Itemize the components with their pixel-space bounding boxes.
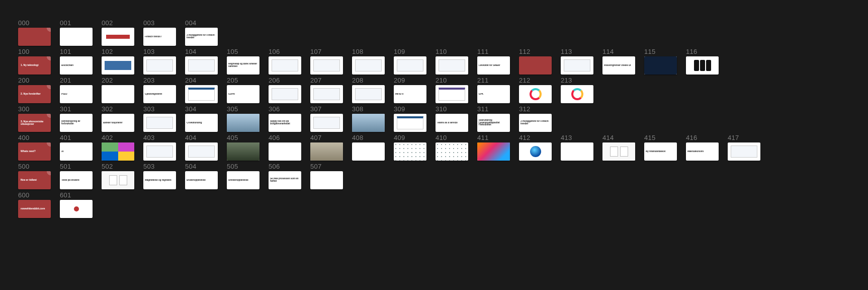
slide-cell[interactable]: 407 <box>310 134 343 161</box>
slide-cell[interactable]: 207 <box>310 77 343 103</box>
slide-thumbnail[interactable] <box>686 56 719 75</box>
slide-cell[interactable]: 114Industrigrenser viskes ut <box>602 48 635 75</box>
slide-cell[interactable]: 109 <box>394 48 426 75</box>
slide-thumbnail[interactable]: Rekruttering Leveransekapasitet Fleksibi… <box>477 114 510 132</box>
slide-thumbnail[interactable]: Makroøkonomi <box>686 142 719 161</box>
slide-thumbnail[interactable] <box>644 56 677 75</box>
slide-cell[interactable]: 417 <box>728 134 760 161</box>
slide-thumbnail[interactable]: Banker fusjonerer <box>102 114 134 132</box>
slide-thumbnail[interactable]: AI <box>60 142 93 161</box>
slide-cell[interactable]: 406 <box>269 134 301 161</box>
slide-thumbnail[interactable] <box>269 56 301 75</box>
slide-thumbnail[interactable] <box>185 56 218 75</box>
slide-thumbnail[interactable]: Hjelpe folk inn på boliglånsmarkedet <box>269 114 301 132</box>
slide-cell[interactable]: 302Banker fusjonerer <box>102 105 134 132</box>
slide-cell[interactable]: 304Crowdfunding <box>185 105 218 132</box>
slide-thumbnail[interactable] <box>394 142 426 161</box>
slide-thumbnail[interactable]: Teste på brukere <box>60 171 93 189</box>
slide-cell[interactable]: 104 <box>185 48 218 75</box>
slide-thumbnail[interactable]: Utvikleropplevelse <box>227 171 259 189</box>
slide-thumbnail[interactable] <box>310 114 343 132</box>
slide-thumbnail[interactable] <box>310 171 343 189</box>
slide-cell[interactable]: 404 <box>185 134 218 161</box>
slide-thumbnail[interactable]: 1. Ny teknologi <box>18 56 51 75</box>
slide-cell[interactable]: 311Rekruttering Leveransekapasitet Fleks… <box>477 105 510 132</box>
slide-cell[interactable]: 416Makroøkonomi <box>686 134 719 161</box>
slide-cell[interactable]: 305 <box>227 105 259 132</box>
slide-cell[interactable]: 3123 muliggjørere for Fintech-trender <box>519 105 552 132</box>
slide-cell[interactable]: 503Magefølelse og regneark <box>143 163 176 189</box>
slide-cell[interactable]: 413 <box>561 134 593 161</box>
slide-thumbnail[interactable]: 2. Nye forskrifter <box>18 85 51 103</box>
slide-cell[interactable]: 000 <box>18 19 51 46</box>
slide-cell[interactable]: 213 <box>561 77 593 103</box>
slide-cell[interactable]: 405 <box>227 134 259 161</box>
slide-thumbnail[interactable] <box>143 114 176 132</box>
slide-cell[interactable]: 101Blockchain <box>60 48 93 75</box>
slide-cell[interactable]: 403 <box>143 134 176 161</box>
slide-cell[interactable]: 210 <box>436 77 468 103</box>
slide-thumbnail[interactable] <box>394 114 426 132</box>
slide-cell[interactable]: 600nowwhiterabbit.com <box>18 191 51 218</box>
slide-cell[interactable]: 108 <box>352 48 385 75</box>
slide-thumbnail[interactable]: Crowdfunding <box>185 114 218 132</box>
slide-cell[interactable]: 212 <box>519 77 552 103</box>
slide-cell[interactable]: 414 <box>602 134 635 161</box>
slide-thumbnail[interactable]: 3. Nye økonomiske situasjoner <box>18 114 51 132</box>
slide-thumbnail[interactable]: 3 muliggjørere for Fintech-trender <box>519 114 552 132</box>
slide-thumbnail[interactable] <box>60 200 93 218</box>
slide-thumbnail[interactable] <box>143 56 176 75</box>
slide-thumbnail[interactable]: nowwhiterabbit.com <box>18 200 51 218</box>
slide-thumbnail[interactable] <box>185 85 218 103</box>
slide-cell[interactable]: 110 <box>436 48 468 75</box>
slide-cell[interactable]: 206 <box>269 77 301 103</box>
slide-cell[interactable]: 506Se hele prosessen som en helhet <box>269 163 301 189</box>
slide-cell[interactable]: 505Utvikleropplevelse <box>227 163 259 189</box>
slide-cell[interactable]: 1001. Ny teknologi <box>18 48 51 75</box>
slide-thumbnail[interactable]: Likviditet for SMBer <box>477 56 510 75</box>
slide-cell[interactable]: 301Refinansiering av forbrukslån <box>60 105 93 132</box>
slide-cell[interactable]: 204 <box>185 77 218 103</box>
slide-cell[interactable]: 500Noe er tidløst <box>18 163 51 189</box>
slide-thumbnail[interactable]: EPK <box>477 85 510 103</box>
slide-cell[interactable]: 102 <box>102 48 134 75</box>
slide-cell[interactable]: 400Whats next? <box>18 134 51 161</box>
slide-cell[interactable]: 411 <box>477 134 510 161</box>
slide-thumbnail[interactable] <box>519 142 552 161</box>
slide-cell[interactable]: 408 <box>352 134 385 161</box>
slide-thumbnail[interactable] <box>60 28 93 46</box>
slide-thumbnail[interactable] <box>18 28 51 46</box>
slide-thumbnail[interactable] <box>102 142 134 161</box>
slide-cell[interactable]: 112 <box>519 48 552 75</box>
slide-cell[interactable]: 113 <box>561 48 593 75</box>
slide-cell[interactable]: 401AI <box>60 134 93 161</box>
slide-cell[interactable]: 107 <box>310 48 343 75</box>
slide-thumbnail[interactable]: Ny finansavtalelov <box>644 142 677 161</box>
slide-cell[interactable]: 415Ny finansavtalelov <box>644 134 677 161</box>
slide-thumbnail[interactable] <box>185 142 218 161</box>
slide-cell[interactable]: 409 <box>394 134 426 161</box>
slide-thumbnail[interactable] <box>436 142 468 161</box>
slide-thumbnail[interactable] <box>352 56 385 75</box>
slide-thumbnail[interactable]: Industrigrenser viskes ut <box>602 56 635 75</box>
slide-cell[interactable]: 601 <box>60 191 93 218</box>
slide-thumbnail[interactable] <box>728 142 760 161</box>
slide-thumbnail[interactable] <box>352 114 385 132</box>
slide-cell[interactable]: 3003. Nye økonomiske situasjoner <box>18 105 51 132</box>
slide-thumbnail[interactable] <box>519 85 552 103</box>
slide-cell[interactable]: 310Teams as a service <box>436 105 468 132</box>
slide-cell[interactable]: 201PSD2 <box>60 77 93 103</box>
slide-cell[interactable]: 501Teste på brukere <box>60 163 93 189</box>
slide-cell[interactable]: 202 <box>102 77 134 103</box>
slide-thumbnail[interactable]: Refinansiering av forbrukslån <box>60 114 93 132</box>
slide-cell[interactable]: 412 <box>519 134 552 161</box>
slide-cell[interactable]: 111Likviditet for SMBer <box>477 48 510 75</box>
slide-thumbnail[interactable] <box>227 114 259 132</box>
slide-thumbnail[interactable] <box>102 56 134 75</box>
slide-cell[interactable]: 309 <box>394 105 426 132</box>
slide-cell[interactable]: 106 <box>269 48 301 75</box>
slide-thumbnail[interactable] <box>602 142 635 161</box>
slide-thumbnail[interactable]: Noe er tidløst <box>18 171 51 189</box>
slide-cell[interactable]: 402 <box>102 134 134 161</box>
slide-thumbnail[interactable]: Fintech trends? <box>143 28 176 46</box>
